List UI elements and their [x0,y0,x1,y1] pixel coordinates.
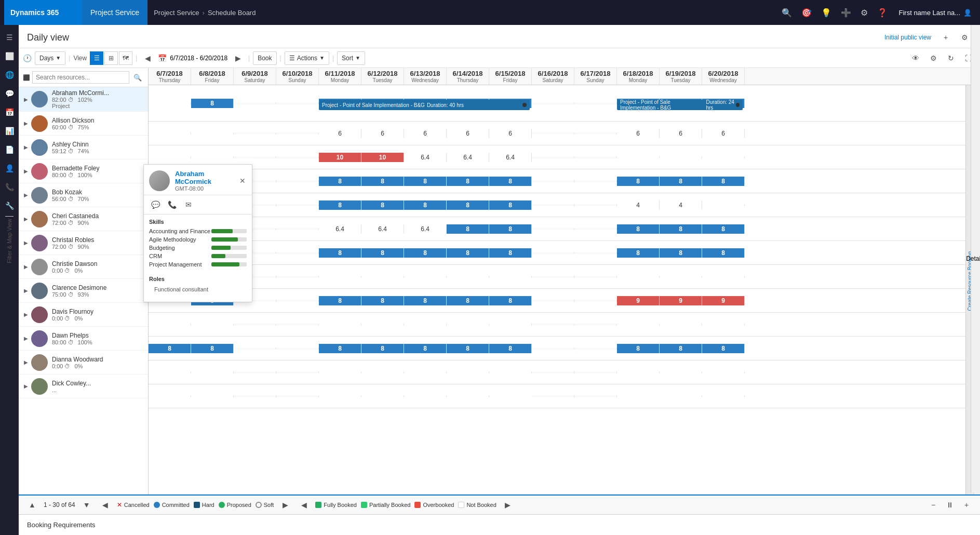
cell-12-13[interactable] [702,395,745,397]
cell-6-11[interactable]: 8 [617,248,660,258]
cell-1-0[interactable] [149,132,191,135]
cell-1-11[interactable]: 6 [617,129,660,138]
cell-2-10[interactable] [574,156,617,158]
refresh-icon[interactable]: ↻ [944,51,958,65]
cell-4-7[interactable]: 8 [447,200,489,210]
sidebar-chat-icon[interactable]: 💬 [1,85,18,102]
right-details-panel[interactable]: Details [971,25,980,492]
cell-10-2[interactable] [234,347,276,350]
settings-icon[interactable]: ⚙ [857,6,871,20]
cell-5-8[interactable]: 8 [489,224,532,234]
cell-1-2[interactable] [234,132,276,135]
expand-12[interactable]: ▶ [23,383,29,390]
cell-4-3[interactable] [276,204,319,206]
plus-icon[interactable]: ➕ [838,6,854,20]
cell-11-0[interactable] [149,371,191,373]
expand-6[interactable]: ▶ [23,240,29,246]
cell-1-4[interactable]: 6 [319,129,361,138]
cell-10-11[interactable]: 8 [617,344,660,353]
sidebar-menu-icon[interactable]: ☰ [1,29,18,46]
search-btn[interactable]: 🔍 [131,71,144,84]
expand-8[interactable]: ▶ [23,288,29,294]
cell-2-9[interactable] [532,156,574,158]
resource-item-1[interactable]: ▶ Allison Dickson 60:00 ⏱ 75% [19,112,148,136]
cell-6-8[interactable]: 8 [489,248,532,258]
days-btn[interactable]: Days ▼ [35,51,65,65]
cell-8-8[interactable]: 8 [489,296,532,305]
cell-5-13[interactable]: 8 [702,224,745,234]
cell-9-8[interactable] [489,324,532,326]
resource-item-12[interactable]: ▶ Dick Cowley... ... [19,374,148,398]
cell-2-13[interactable] [702,156,745,158]
initial-public-view-btn[interactable]: Initial public view [881,32,934,43]
zoom-out-btn[interactable]: − [926,498,941,512]
cell-10-12[interactable]: 8 [660,344,702,353]
cell-1-13[interactable]: 6 [702,129,745,138]
cell-9-7[interactable] [447,324,489,326]
settings-view-btn[interactable]: ⚙ [957,30,972,45]
expand-2[interactable]: ▶ [23,144,29,151]
cell-7-8[interactable] [489,276,532,278]
cell-1-7[interactable]: 6 [447,129,489,138]
cell-10-3[interactable] [276,347,319,350]
prev-date-btn[interactable]: ◀ [140,51,155,65]
resource-item-10[interactable]: ▶ Dawn Phelps 80:00 ⏱ 100% [19,327,148,351]
cell-3-7[interactable]: 8 [447,177,489,186]
cell-8-4[interactable]: 8 [319,296,361,305]
cell-1-8[interactable]: 6 [489,129,532,138]
cell-2-3[interactable] [276,156,319,158]
cell-12-7[interactable] [447,395,489,397]
cell-7-7[interactable] [447,276,489,278]
cell-3-5[interactable]: 8 [361,177,404,186]
cell-6-4[interactable]: 8 [319,248,361,258]
resource-item-2[interactable]: ▶ Ashley Chinn 59:12 ⏱ 74% [19,136,148,159]
cell-2-4[interactable]: 10 [319,153,361,162]
cell-4-11[interactable]: 4 [617,200,660,210]
cell-12-1[interactable] [191,395,234,397]
sort-btn[interactable]: Sort ▼ [337,51,365,65]
cell-11-12[interactable] [660,371,702,373]
expand-5[interactable]: ▶ [23,216,29,222]
cell-5-12[interactable]: 8 [660,224,702,234]
popup-close-btn[interactable]: ✕ [238,176,247,186]
cell-7-4[interactable] [319,276,361,278]
sidebar-globe-icon[interactable]: 🌐 [1,66,18,83]
legend-next2-btn[interactable]: ▶ [501,498,515,512]
cell-11-6[interactable] [404,371,447,373]
filter-map-view-label[interactable]: Filter & Map View [5,216,14,265]
legend-prev-btn[interactable]: ◀ [98,498,113,512]
cell-0-1[interactable]: 8 [191,99,234,108]
cell-2-6[interactable]: 6.4 [404,153,447,162]
cell-1-6[interactable]: 6 [404,129,447,138]
cell-12-10[interactable] [574,395,617,397]
paging-down-btn[interactable]: ▼ [79,498,94,512]
cell-7-13[interactable] [702,276,745,278]
cell-9-13[interactable] [702,324,745,326]
cell-2-12[interactable] [660,156,702,158]
cell-4-4[interactable]: 8 [319,200,361,210]
expand-3[interactable]: ▶ [23,168,29,175]
sidebar-doc-icon[interactable]: 📄 [1,141,18,158]
expand-4[interactable]: ▶ [23,192,29,198]
resource-item-6[interactable]: ▶ Christal Robles 72:00 ⏱ 90% [19,231,148,255]
bulb-icon[interactable]: 💡 [818,6,835,20]
cell-11-13[interactable] [702,371,745,373]
cell-1-9[interactable] [532,132,574,135]
cell-9-1[interactable] [191,324,234,326]
resource-item-11[interactable]: ▶ Dianna Woodward 0:00 ⏱ 0% [19,351,148,374]
cell-4-12[interactable]: 4 [660,200,702,210]
cell-6-7[interactable]: 8 [447,248,489,258]
cell-11-9[interactable] [532,371,574,373]
cell-5-10[interactable] [574,228,617,230]
cell-6-3[interactable] [276,252,319,254]
cell-10-10[interactable] [574,347,617,350]
cell-7-5[interactable] [361,276,404,278]
cell-3-8[interactable]: 8 [489,177,532,186]
cell-4-8[interactable]: 8 [489,200,532,210]
cell-3-4[interactable]: 8 [319,177,361,186]
zoom-in-btn[interactable]: + [959,498,974,512]
cell-0-9[interactable] [532,102,574,104]
cell-8-3[interactable] [276,300,319,302]
cell-2-1[interactable] [191,156,234,158]
expand-1[interactable]: ▶ [23,121,29,127]
